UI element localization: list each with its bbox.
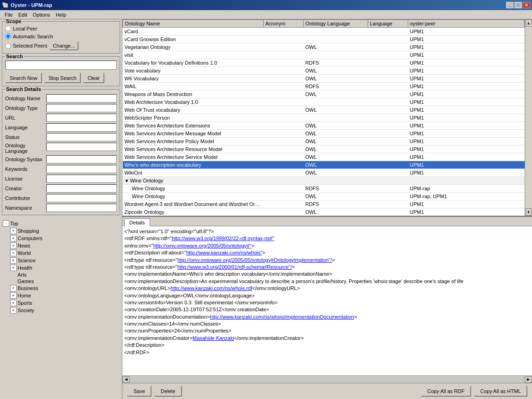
ontology-type-label: Ontology Type bbox=[5, 104, 44, 112]
table-row[interactable]: Wine OntologyRDFSUPM-rap bbox=[123, 185, 525, 193]
radio-auto-search[interactable] bbox=[5, 33, 11, 39]
ontology-name-input[interactable] bbox=[46, 94, 117, 103]
radio-selected-peers[interactable] bbox=[5, 43, 11, 49]
table-row[interactable]: Web Services Architecture Service ModelO… bbox=[123, 153, 525, 161]
tree-item-health[interactable]: + Health bbox=[2, 264, 120, 272]
table-row[interactable]: Weapons of Mass DestructionOWLUPM1 bbox=[123, 91, 525, 98]
tree-item-home[interactable]: + Home bbox=[2, 292, 120, 299]
contributor-input[interactable] bbox=[46, 194, 117, 202]
tree-shopping-expander[interactable]: + bbox=[10, 228, 17, 234]
tree-item-news[interactable]: + News bbox=[2, 242, 120, 249]
minimize-button[interactable]: _ bbox=[506, 2, 514, 8]
copy-all-html-button[interactable]: Copy All as HTML bbox=[474, 386, 527, 397]
table-row[interactable]: W6 VocabularyOWLUPM1 bbox=[123, 75, 525, 83]
url-input[interactable] bbox=[46, 114, 117, 122]
maximize-button[interactable]: □ bbox=[514, 2, 522, 8]
table-row[interactable]: Web Services Architecture ExtensionsOWLU… bbox=[123, 122, 525, 130]
scope-group: Scope Local Peer Automatic Search Select… bbox=[2, 21, 120, 54]
table-row[interactable]: WAILRDFSUPM1 bbox=[123, 83, 525, 91]
scrollbar-up-button[interactable]: ▲ bbox=[526, 19, 532, 27]
ontology-type-input[interactable] bbox=[46, 104, 117, 112]
menu-file[interactable]: File bbox=[2, 11, 16, 18]
copy-all-rdf-button[interactable]: Copy All as RDF bbox=[421, 386, 471, 397]
scrollbar-down-button[interactable]: ▼ bbox=[526, 208, 532, 216]
search-now-button[interactable]: Search Now bbox=[5, 73, 42, 83]
tree-sports-expander[interactable]: + bbox=[10, 300, 17, 306]
details-tab[interactable]: Details bbox=[124, 218, 150, 226]
close-button[interactable]: ✕ bbox=[523, 2, 530, 8]
tree-item-games[interactable]: Games bbox=[2, 278, 120, 284]
search-group: Search Search Now Stop Search Clear bbox=[2, 56, 120, 86]
table-wrapper: Ontology Name Acronym Ontology Language … bbox=[122, 19, 532, 217]
scrollbar-right-button[interactable]: ▶ bbox=[525, 376, 532, 383]
table-row[interactable]: WebScripter PersonUPM1 bbox=[123, 114, 525, 122]
status-label: Status bbox=[5, 133, 44, 141]
clear-button[interactable]: Clear bbox=[83, 73, 104, 83]
tree-item-world[interactable]: + World bbox=[2, 249, 120, 257]
tree-item-arts[interactable]: Arts bbox=[2, 272, 120, 278]
table-row[interactable]: Web Of Trust vocabularyOWLUPM1 bbox=[123, 106, 525, 114]
tree-society-expander[interactable]: + bbox=[10, 307, 17, 314]
table-row[interactable]: Vote vocabularyOWLUPM1 bbox=[123, 67, 525, 75]
table-row[interactable]: Wine OntologyOWLUPM-rap, UPM1 bbox=[123, 193, 525, 200]
tree-root[interactable]: - Top bbox=[2, 220, 120, 227]
creator-input[interactable] bbox=[46, 184, 117, 193]
ontology-table-scroll[interactable]: Ontology Name Acronym Ontology Language … bbox=[122, 19, 525, 216]
radio-local-peer[interactable] bbox=[5, 25, 11, 31]
tree-home-expander[interactable]: + bbox=[10, 292, 17, 299]
search-input[interactable] bbox=[5, 60, 117, 70]
tree-business-expander[interactable]: + bbox=[10, 285, 17, 291]
table-row[interactable]: Vocabulary for Vocabulary Definitions 1.… bbox=[123, 59, 525, 67]
bottom-left-buttons: Save Delete bbox=[127, 386, 182, 397]
tree-item-business[interactable]: + Business bbox=[2, 284, 120, 292]
table-row[interactable]: Web Services Architecture Resource Model… bbox=[123, 145, 525, 153]
scrollbar-left-button[interactable]: ◀ bbox=[122, 376, 130, 383]
language-input[interactable] bbox=[46, 123, 117, 132]
tree-item-society[interactable]: + Society bbox=[2, 307, 120, 314]
contributor-label: Contributor bbox=[5, 194, 44, 202]
tree-health-expander[interactable]: + bbox=[10, 265, 17, 271]
table-row[interactable]: Web Architecture Vocabulary 1.0UPM1 bbox=[123, 98, 525, 106]
table-row[interactable]: Vegetarian OntologyOWLUPM1 bbox=[123, 43, 525, 51]
tree-root-expander[interactable]: - bbox=[3, 220, 9, 227]
table-row[interactable]: Web Services Architecture Policy ModelOW… bbox=[123, 138, 525, 145]
local-peer-label: Local Peer bbox=[13, 26, 37, 31]
keywords-input[interactable] bbox=[46, 165, 117, 173]
ont-language-input[interactable] bbox=[46, 143, 117, 151]
search-btn-row: Search Now Stop Search Clear bbox=[5, 73, 117, 83]
change-button[interactable]: Change... bbox=[49, 41, 79, 50]
menu-edit[interactable]: Edit bbox=[16, 11, 30, 18]
tree-item-computers[interactable]: + Computers bbox=[2, 235, 120, 242]
ontology-table: Ontology Name Acronym Ontology Language … bbox=[122, 19, 525, 216]
table-row[interactable]: ▼Wine Ontology bbox=[123, 177, 525, 185]
selected-peers-label: Selected Peers bbox=[13, 43, 48, 48]
menu-help[interactable]: Help bbox=[53, 11, 69, 18]
menu-options[interactable]: Options bbox=[30, 11, 53, 18]
namespace-input[interactable] bbox=[46, 204, 117, 212]
url-label: URL bbox=[5, 114, 44, 122]
table-row[interactable]: visitUPM1 bbox=[123, 51, 525, 59]
tree-world-expander[interactable]: + bbox=[10, 250, 17, 256]
table-row[interactable]: Web Services Architecture Message ModelO… bbox=[123, 130, 525, 138]
ont-syntax-input[interactable] bbox=[46, 155, 117, 163]
tree-item-science[interactable]: + Science bbox=[2, 257, 120, 264]
table-row[interactable]: Who's who description vocabularyOWLUPM1 bbox=[123, 161, 525, 169]
table-row[interactable]: Zipcode OntologyOWLUPM1 bbox=[123, 208, 525, 216]
tree-news-expander[interactable]: + bbox=[10, 242, 17, 249]
license-input[interactable] bbox=[46, 175, 117, 183]
delete-button[interactable]: Delete bbox=[154, 386, 182, 397]
table-row[interactable]: vCardUPM1 bbox=[123, 28, 525, 36]
tree-item-shopping[interactable]: + Shopping bbox=[2, 227, 120, 235]
tree-science-expander[interactable]: + bbox=[10, 257, 17, 264]
tree-computers-expander[interactable]: + bbox=[10, 235, 17, 242]
save-button[interactable]: Save bbox=[127, 386, 151, 397]
main-layout: Scope Local Peer Automatic Search Select… bbox=[0, 19, 532, 399]
tree-news-label: News bbox=[18, 243, 30, 248]
tree-item-sports[interactable]: + Sports bbox=[2, 299, 120, 307]
table-row[interactable]: WikiOntOWLUPM1 bbox=[123, 169, 525, 177]
status-input[interactable] bbox=[46, 133, 117, 141]
col-acronym: Acronym bbox=[263, 20, 303, 28]
table-row[interactable]: vCard Gnowsis EditionUPM1 bbox=[123, 36, 525, 43]
table-row[interactable]: Wordnet Agent-3 and Wordnet Document and… bbox=[123, 200, 525, 208]
stop-search-button[interactable]: Stop Search bbox=[44, 73, 81, 83]
